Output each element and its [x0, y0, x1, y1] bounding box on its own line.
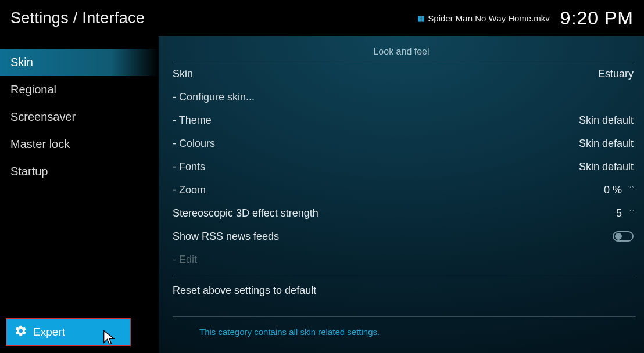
now-playing-title: Spider Man No Way Home.mkv: [428, 13, 550, 23]
setting-label: Skin: [173, 68, 193, 80]
sidebar-item-screensaver[interactable]: Screensaver: [0, 103, 159, 131]
setting-colours[interactable]: - Colours Skin default: [173, 132, 636, 155]
sidebar: Skin Regional Screensaver Master lock St…: [0, 36, 159, 353]
setting-zoom[interactable]: - Zoom 0 % ˅˄: [173, 178, 636, 201]
setting-skin[interactable]: Skin Estuary: [173, 62, 636, 85]
setting-value: Skin default: [579, 114, 634, 127]
setting-label: - Configure skin...: [173, 91, 255, 103]
pause-icon: ▮▮: [417, 14, 424, 23]
setting-label: Show RSS news feeds: [173, 230, 279, 243]
setting-value: Estuary: [598, 68, 634, 80]
sidebar-item-label: Regional: [10, 83, 56, 96]
settings-level-button[interactable]: Expert: [6, 318, 131, 346]
setting-rss[interactable]: Show RSS news feeds: [173, 225, 636, 248]
setting-label: - Theme: [173, 114, 212, 127]
setting-label: - Edit: [173, 254, 197, 266]
toggle-off-icon[interactable]: [613, 231, 634, 242]
spinner-icon[interactable]: ˅˄: [628, 185, 634, 194]
settings-level-label: Expert: [33, 326, 65, 338]
setting-value: 0 %: [604, 184, 622, 196]
setting-label: Stereoscopic 3D effect strength: [173, 207, 319, 219]
sidebar-item-label: Skin: [10, 56, 33, 69]
header-right: ▮▮ Spider Man No Way Home.mkv 9:20 PM: [417, 8, 634, 29]
gear-icon: [15, 325, 27, 340]
content-panel: Look and feel Skin Estuary - Configure s…: [159, 36, 644, 353]
now-playing[interactable]: ▮▮ Spider Man No Way Home.mkv: [417, 13, 550, 23]
sidebar-item-masterlock[interactable]: Master lock: [0, 131, 159, 158]
setting-value: Skin default: [579, 161, 634, 173]
divider: [173, 316, 636, 317]
setting-theme[interactable]: - Theme Skin default: [173, 109, 636, 132]
setting-label: - Colours: [173, 138, 215, 150]
setting-label: - Fonts: [173, 161, 205, 173]
reset-settings[interactable]: Reset above settings to default: [173, 276, 636, 304]
setting-fonts[interactable]: - Fonts Skin default: [173, 155, 636, 178]
sidebar-item-label: Master lock: [10, 138, 70, 150]
section-heading: Look and feel: [159, 46, 644, 62]
clock: 9:20 PM: [560, 8, 634, 29]
setting-value: Skin default: [579, 138, 634, 150]
setting-edit: - Edit: [173, 248, 636, 271]
cursor-icon: [102, 329, 116, 348]
setting-value: 5: [616, 207, 622, 219]
spinner-icon[interactable]: ˅˄: [628, 208, 634, 218]
sidebar-item-regional[interactable]: Regional: [0, 76, 159, 103]
setting-label: - Zoom: [173, 184, 206, 196]
sidebar-item-label: Startup: [10, 165, 48, 178]
setting-stereoscopic[interactable]: Stereoscopic 3D effect strength 5 ˅˄: [173, 201, 636, 225]
sidebar-item-label: Screensaver: [10, 110, 76, 123]
category-description: This category contains all skin related …: [199, 327, 380, 337]
sidebar-item-skin[interactable]: Skin: [0, 49, 159, 76]
setting-configure-skin[interactable]: - Configure skin...: [173, 85, 636, 109]
breadcrumb: Settings / Interface: [10, 9, 145, 27]
sidebar-item-startup[interactable]: Startup: [0, 158, 159, 185]
